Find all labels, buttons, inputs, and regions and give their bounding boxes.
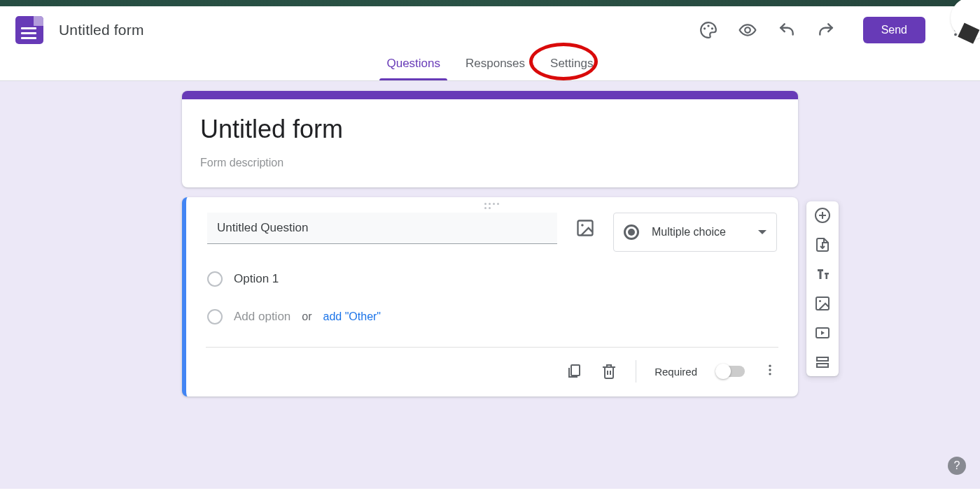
add-section-icon[interactable] <box>814 354 831 371</box>
svg-point-15 <box>819 300 821 302</box>
question-type-select[interactable]: Multiple choice <box>613 213 777 252</box>
svg-point-12 <box>769 373 771 375</box>
form-title[interactable]: Untitled form <box>200 115 780 144</box>
svg-point-10 <box>769 365 771 367</box>
add-image-icon[interactable] <box>575 218 595 238</box>
radio-empty-icon <box>207 309 223 324</box>
eye-icon[interactable] <box>738 21 757 39</box>
tab-questions[interactable]: Questions <box>374 51 453 80</box>
svg-point-1 <box>707 24 709 27</box>
required-toggle[interactable] <box>715 366 745 377</box>
floating-toolbar <box>806 201 839 376</box>
send-button[interactable]: Send <box>863 17 925 43</box>
import-questions-icon[interactable] <box>814 236 831 253</box>
form-description-placeholder[interactable]: Form description <box>200 157 780 169</box>
svg-point-11 <box>769 369 771 371</box>
forms-logo-icon <box>15 16 43 44</box>
svg-point-0 <box>704 27 706 29</box>
form-name[interactable]: Untitled form <box>59 22 144 38</box>
svg-rect-17 <box>817 357 828 361</box>
tab-settings[interactable]: Settings <box>538 51 606 80</box>
svg-point-2 <box>710 27 713 29</box>
svg-rect-14 <box>816 297 829 310</box>
add-image-toolbar-icon[interactable] <box>814 295 831 312</box>
option-row[interactable]: Option 1 <box>207 271 777 287</box>
separator <box>636 360 636 383</box>
editor-tabs: Questions Responses Settings <box>0 51 980 81</box>
add-video-icon[interactable] <box>814 324 831 341</box>
workspace: Untitled form Form description Multiple … <box>0 81 980 489</box>
undo-icon[interactable] <box>778 21 796 39</box>
form-canvas: Untitled form Form description Multiple … <box>182 81 798 397</box>
question-type-label: Multiple choice <box>652 226 726 238</box>
radio-empty-icon <box>207 271 223 287</box>
required-label: Required <box>654 366 697 378</box>
form-header-card[interactable]: Untitled form Form description <box>182 91 798 187</box>
svg-point-8 <box>581 224 584 227</box>
question-more-icon[interactable] <box>763 363 777 380</box>
app-header: Untitled form Send <box>0 6 980 51</box>
chevron-down-icon <box>758 230 766 234</box>
add-option-button[interactable]: Add option <box>234 310 290 324</box>
svg-rect-18 <box>817 364 828 367</box>
add-title-icon[interactable] <box>814 266 831 283</box>
add-other-button[interactable]: add "Other" <box>323 310 382 323</box>
add-question-icon[interactable] <box>814 207 831 224</box>
tab-responses[interactable]: Responses <box>453 51 538 80</box>
question-card[interactable]: Multiple choice Option 1 Add option or a… <box>182 197 798 397</box>
redo-icon[interactable] <box>817 21 835 39</box>
add-option-row: Add option or add "Other" <box>207 309 777 324</box>
help-icon[interactable]: ? <box>948 457 966 475</box>
or-label: or <box>302 310 312 323</box>
svg-rect-9 <box>571 365 580 376</box>
svg-point-3 <box>745 27 750 33</box>
trash-icon[interactable] <box>601 363 617 380</box>
drag-handle-icon[interactable] <box>484 203 500 209</box>
account-avatar[interactable] <box>951 0 980 39</box>
palette-icon[interactable] <box>699 21 718 39</box>
radio-selected-icon <box>624 224 639 240</box>
option-text[interactable]: Option 1 <box>234 272 279 286</box>
svg-rect-7 <box>578 221 593 236</box>
duplicate-icon[interactable] <box>566 363 582 380</box>
question-title-input[interactable] <box>207 213 557 244</box>
divider <box>206 347 778 348</box>
